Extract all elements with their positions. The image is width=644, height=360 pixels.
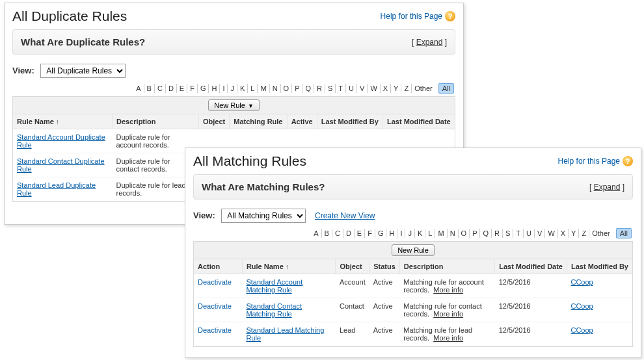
alpha-letter[interactable]: U: [524, 229, 535, 238]
alpha-letter[interactable]: L: [248, 84, 258, 93]
alpha-letter[interactable]: N: [448, 229, 459, 238]
sort-asc-icon: ↑: [286, 263, 289, 270]
alpha-letter[interactable]: W: [368, 84, 380, 93]
alpha-other[interactable]: Other: [412, 84, 435, 93]
col-lmb[interactable]: Last Modified By: [567, 259, 632, 274]
alpha-letter[interactable]: Q: [302, 84, 314, 93]
alpha-letter[interactable]: B: [322, 229, 332, 238]
rule-name-link[interactable]: Standard Contact Matching Rule: [246, 302, 302, 318]
alpha-letter[interactable]: T: [513, 229, 524, 238]
col-lmb[interactable]: Last Modified By: [317, 114, 382, 129]
alpha-other[interactable]: Other: [589, 229, 613, 238]
alpha-letter[interactable]: N: [270, 84, 281, 93]
alpha-letter[interactable]: T: [336, 84, 346, 93]
alpha-letter[interactable]: J: [405, 229, 415, 238]
info-box: What Are Duplicate Rules? [ Expand ]: [12, 29, 455, 55]
alpha-letter[interactable]: V: [535, 229, 545, 238]
alpha-letter[interactable]: I: [397, 229, 405, 238]
alpha-letter[interactable]: G: [198, 84, 209, 93]
help-link[interactable]: Help for this Page: [381, 12, 442, 21]
col-description[interactable]: Description: [399, 259, 494, 274]
alpha-letter[interactable]: I: [220, 84, 228, 93]
cell-desc: Matching rule for account records. More …: [399, 274, 494, 298]
alpha-letter[interactable]: D: [166, 84, 177, 93]
alpha-letter[interactable]: S: [503, 229, 513, 238]
alpha-letter[interactable]: R: [492, 229, 503, 238]
alpha-letter[interactable]: R: [314, 84, 325, 93]
col-description[interactable]: Description: [113, 114, 199, 129]
alpha-letter[interactable]: C: [332, 229, 343, 238]
deactivate-link[interactable]: Deactivate: [198, 278, 232, 286]
alpha-all[interactable]: All: [616, 228, 632, 238]
more-info-link[interactable]: More info: [433, 310, 463, 318]
alpha-letter[interactable]: O: [281, 84, 293, 93]
alpha-letter[interactable]: G: [375, 229, 387, 238]
col-status[interactable]: Status: [369, 259, 400, 274]
alpha-all[interactable]: All: [438, 83, 454, 94]
col-matching-rule[interactable]: Matching Rule: [230, 114, 287, 129]
alpha-letter[interactable]: U: [346, 84, 357, 93]
lmb-link[interactable]: CCoop: [570, 278, 593, 286]
more-info-link[interactable]: More info: [433, 286, 463, 294]
col-object[interactable]: Object: [336, 259, 369, 274]
deactivate-link[interactable]: Deactivate: [198, 326, 232, 334]
alpha-letter[interactable]: D: [343, 229, 355, 238]
alpha-letter[interactable]: V: [357, 84, 368, 93]
col-active[interactable]: Active: [287, 114, 317, 129]
alpha-letter[interactable]: X: [558, 229, 569, 238]
alpha-letter[interactable]: B: [144, 84, 155, 93]
col-lmd[interactable]: Last Modified Date: [382, 114, 455, 129]
create-new-view-link[interactable]: Create New View: [315, 211, 375, 220]
view-select[interactable]: All Matching Rules: [221, 209, 306, 223]
alpha-letter[interactable]: J: [228, 84, 237, 93]
deactivate-link[interactable]: Deactivate: [198, 302, 232, 310]
matching-rules-table: Action Rule Name↑ Object Status Descript…: [194, 259, 632, 346]
rule-name-link[interactable]: Standard Lead Duplicate Rule: [17, 181, 96, 197]
alpha-letter[interactable]: K: [237, 84, 248, 93]
col-rule-name[interactable]: Rule Name↑: [242, 259, 336, 274]
alpha-letter[interactable]: E: [355, 229, 365, 238]
rule-name-link[interactable]: Standard Account Duplicate Rule: [17, 133, 105, 149]
alpha-letter[interactable]: L: [425, 229, 435, 238]
alpha-letter[interactable]: Z: [579, 229, 589, 238]
rule-name-link[interactable]: Standard Account Matching Rule: [246, 278, 302, 294]
col-rule-name[interactable]: Rule Name↑: [13, 114, 113, 129]
expand-link[interactable]: [ Expand ]: [412, 38, 447, 47]
rule-name-link[interactable]: Standard Contact Duplicate Rule: [17, 157, 105, 173]
alpha-letter[interactable]: O: [459, 229, 470, 238]
alpha-letter[interactable]: P: [292, 84, 302, 93]
alpha-letter[interactable]: C: [155, 84, 166, 93]
alpha-letter[interactable]: Y: [391, 84, 401, 93]
lmb-link[interactable]: CCoop: [570, 326, 593, 334]
alpha-letter[interactable]: M: [258, 84, 269, 93]
alpha-letter[interactable]: S: [325, 84, 336, 93]
alpha-letter[interactable]: Z: [401, 84, 412, 93]
alpha-letter[interactable]: P: [470, 229, 480, 238]
more-info-link[interactable]: More info: [433, 334, 463, 342]
alpha-letter[interactable]: Y: [569, 229, 579, 238]
help-link[interactable]: Help for this Page: [558, 157, 620, 166]
new-rule-button[interactable]: New Rule▼: [208, 99, 260, 111]
help-icon[interactable]: ?: [623, 156, 633, 166]
col-action[interactable]: Action: [194, 259, 242, 274]
view-select[interactable]: All Duplicate Rules: [40, 64, 126, 78]
new-rule-button[interactable]: New Rule: [392, 244, 435, 256]
alpha-letter[interactable]: E: [177, 84, 187, 93]
alpha-letter[interactable]: X: [381, 84, 391, 93]
alpha-letter[interactable]: F: [187, 84, 198, 93]
alpha-letter[interactable]: H: [386, 229, 397, 238]
lmb-link[interactable]: CCoop: [570, 302, 593, 310]
alpha-letter[interactable]: W: [545, 229, 557, 238]
alpha-letter[interactable]: A: [133, 84, 144, 93]
col-lmd[interactable]: Last Modified Date: [495, 259, 567, 274]
help-icon[interactable]: ?: [445, 11, 455, 21]
rule-name-link[interactable]: Standard Lead Matching Rule: [246, 326, 324, 342]
alpha-letter[interactable]: Q: [480, 229, 492, 238]
alpha-letter[interactable]: K: [415, 229, 425, 238]
alpha-letter[interactable]: H: [209, 84, 220, 93]
alpha-letter[interactable]: A: [311, 229, 321, 238]
col-object[interactable]: Object: [199, 114, 230, 129]
alpha-letter[interactable]: M: [435, 229, 447, 238]
expand-link[interactable]: [ Expand ]: [589, 183, 624, 192]
alpha-letter[interactable]: F: [365, 229, 375, 238]
